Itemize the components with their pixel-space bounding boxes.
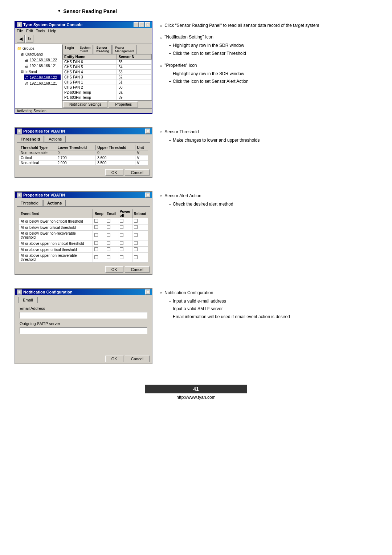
reboot-cell[interactable] xyxy=(132,240,148,247)
threshold-cancel-button[interactable]: Cancel xyxy=(125,169,150,176)
notification-settings-button[interactable]: Notification Settings xyxy=(63,101,107,108)
tab-actions-2[interactable]: Actions xyxy=(43,200,66,206)
sidebar-outofband[interactable]: 🖥 OutofBand xyxy=(20,51,61,57)
poweroff-checkbox[interactable] xyxy=(120,255,123,259)
email-address-input[interactable] xyxy=(20,312,147,319)
poweroff-cell[interactable] xyxy=(118,247,132,253)
reboot-checkbox[interactable] xyxy=(134,233,138,237)
email-cell[interactable] xyxy=(105,224,118,231)
reboot-cell[interactable] xyxy=(132,218,148,224)
email-checkbox[interactable] xyxy=(107,219,110,223)
table-row[interactable]: Non-critical V xyxy=(19,161,148,166)
properties-button[interactable]: Properties xyxy=(109,101,138,108)
beep-checkbox[interactable] xyxy=(94,241,98,245)
email-checkbox[interactable] xyxy=(107,225,110,229)
reboot-cell[interactable] xyxy=(132,231,148,240)
poweroff-checkbox[interactable] xyxy=(120,241,123,245)
threshold-ok-button[interactable]: OK xyxy=(105,169,123,176)
poweroff-cell[interactable] xyxy=(118,224,132,231)
tab-sensor-reading[interactable]: SensorReading xyxy=(94,45,112,54)
beep-checkbox[interactable] xyxy=(94,247,98,251)
menu-file[interactable]: File xyxy=(17,29,23,33)
reboot-checkbox[interactable] xyxy=(134,241,138,245)
tab-email[interactable]: Email xyxy=(18,297,38,303)
reboot-checkbox[interactable] xyxy=(134,225,138,229)
sidebar-outofband-ip2[interactable]: 🖨 192.168.168.121 xyxy=(24,63,61,69)
minimize-button[interactable]: _ xyxy=(134,22,139,27)
table-row[interactable]: Non-recoverable V xyxy=(19,150,148,155)
table-row[interactable]: CHS FAN 3 52 xyxy=(63,75,152,80)
beep-cell[interactable] xyxy=(93,218,105,224)
reboot-checkbox[interactable] xyxy=(134,219,138,223)
upper-threshold-input[interactable] xyxy=(97,161,112,165)
reboot-checkbox[interactable] xyxy=(134,255,138,259)
lower-threshold-cell[interactable] xyxy=(56,155,96,161)
beep-checkbox[interactable] xyxy=(94,233,98,237)
lower-threshold-cell[interactable] xyxy=(56,150,96,155)
table-row[interactable]: Critical V xyxy=(19,155,148,161)
poweroff-cell[interactable] xyxy=(118,231,132,240)
upper-threshold-cell[interactable] xyxy=(96,150,135,155)
poweroff-cell[interactable] xyxy=(118,253,132,263)
email-cell[interactable] xyxy=(105,240,118,247)
menu-tools[interactable]: Tools xyxy=(36,29,45,33)
beep-checkbox[interactable] xyxy=(94,225,98,229)
smtp-input[interactable] xyxy=(20,327,147,334)
tab-actions[interactable]: Actions xyxy=(45,136,66,142)
menu-edit[interactable]: Edit xyxy=(26,29,33,33)
table-row[interactable]: CHS FAN 1 51 xyxy=(63,80,152,85)
upper-threshold-cell[interactable] xyxy=(96,161,135,166)
email-checkbox[interactable] xyxy=(107,241,110,245)
beep-checkbox[interactable] xyxy=(94,255,98,259)
poweroff-checkbox[interactable] xyxy=(120,247,123,251)
lower-threshold-cell[interactable] xyxy=(56,161,96,166)
upper-threshold-input[interactable] xyxy=(97,151,112,155)
poweroff-checkbox[interactable] xyxy=(120,233,123,237)
tab-system-event[interactable]: SystemEvent xyxy=(77,45,93,54)
table-row[interactable]: P1-603Pin Temp 89 xyxy=(63,95,152,100)
lower-threshold-input[interactable] xyxy=(58,156,72,160)
actions-ok-button[interactable]: OK xyxy=(105,266,123,273)
close-button[interactable]: ✕ xyxy=(145,22,150,27)
reboot-cell[interactable] xyxy=(132,224,148,231)
email-cell[interactable] xyxy=(105,218,118,224)
poweroff-checkbox[interactable] xyxy=(120,225,123,229)
beep-cell[interactable] xyxy=(93,247,105,253)
email-checkbox[interactable] xyxy=(107,247,110,251)
reboot-checkbox[interactable] xyxy=(134,247,138,251)
tab-login[interactable]: Login xyxy=(62,45,76,54)
email-cell[interactable] xyxy=(105,253,118,263)
actions-cancel-button[interactable]: Cancel xyxy=(125,266,150,273)
beep-cell[interactable] xyxy=(93,231,105,240)
email-cell[interactable] xyxy=(105,231,118,240)
table-row[interactable]: P2-603Pin Temp 8a xyxy=(63,90,152,95)
tab-threshold-2[interactable]: Threshold xyxy=(17,200,42,206)
email-checkbox[interactable] xyxy=(107,233,110,237)
poweroff-cell[interactable] xyxy=(118,240,132,247)
beep-cell[interactable] xyxy=(93,240,105,247)
email-checkbox[interactable] xyxy=(107,255,110,259)
table-row[interactable]: CHS FAN 6 55 xyxy=(63,60,152,65)
beep-checkbox[interactable] xyxy=(94,219,98,223)
actions-close-button[interactable]: ✕ xyxy=(145,193,150,198)
notif-close-button[interactable]: ✕ xyxy=(145,289,150,295)
table-row[interactable]: CHS FAN 5 54 xyxy=(63,65,152,70)
beep-cell[interactable] xyxy=(93,253,105,263)
email-cell[interactable] xyxy=(105,247,118,253)
sidebar-inband-ip1[interactable]: 🖨 192.168.168.122 xyxy=(24,74,61,80)
sidebar-outofband-ip1[interactable]: 🖨 192.168.168.122 xyxy=(24,57,61,63)
toolbar-back-button[interactable]: ◀ xyxy=(17,35,25,43)
upper-threshold-input[interactable] xyxy=(97,156,112,160)
table-row[interactable]: CHS FAN 2 50 xyxy=(63,85,152,90)
reboot-cell[interactable] xyxy=(132,247,148,253)
menu-help[interactable]: Help xyxy=(48,29,56,33)
toolbar-refresh-button[interactable]: ↻ xyxy=(25,35,33,43)
sidebar-inband-ip2[interactable]: 🖨 192.168.168.121 xyxy=(24,80,61,86)
poweroff-checkbox[interactable] xyxy=(120,219,123,223)
tab-threshold[interactable]: Threshold xyxy=(17,136,44,142)
maximize-button[interactable]: □ xyxy=(139,22,144,27)
upper-threshold-cell[interactable] xyxy=(96,155,135,161)
table-row[interactable]: CHS FAN 4 53 xyxy=(63,70,152,75)
tab-power-management[interactable]: PowerManagement xyxy=(113,45,137,54)
poweroff-cell[interactable] xyxy=(118,218,132,224)
